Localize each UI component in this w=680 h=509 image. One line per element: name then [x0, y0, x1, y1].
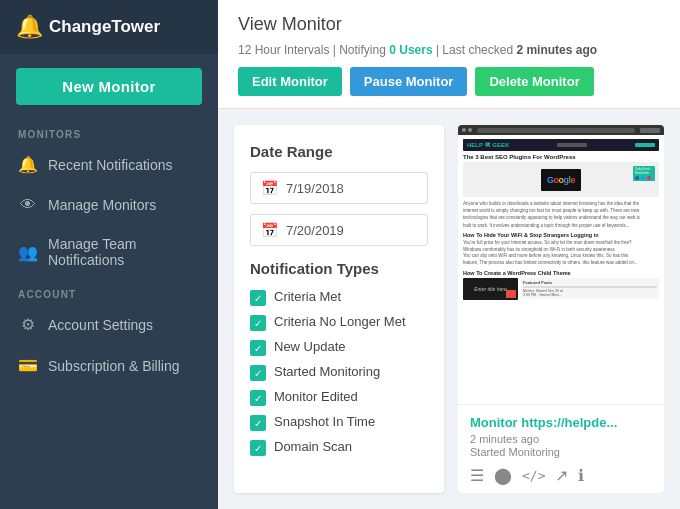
header-cta [635, 143, 655, 147]
sidebar-item-label: Manage Monitors [48, 197, 156, 213]
monitors-section-label: MONITORS [0, 119, 218, 144]
sidebar-item-account-settings[interactable]: ⚙ Account Settings [0, 304, 218, 345]
notification-type-new-update: ✓ New Update [250, 339, 428, 356]
action-buttons: Edit Monitor Pause Monitor Delete Monito… [238, 67, 660, 96]
notification-type-started-monitoring: ✓ Started Monitoring [250, 364, 428, 381]
camera-icon[interactable]: ⬤ [494, 466, 512, 485]
site-header: HELP 🛠 GEEK [463, 139, 659, 151]
screenshot-info: Monitor https://helpde... 2 minutes ago … [458, 404, 664, 493]
page-title: View Monitor [238, 14, 660, 35]
browser-button [640, 128, 660, 133]
sidebar-item-label: Account Settings [48, 317, 153, 333]
checkbox-criteria-no-longer-met[interactable]: ✓ [250, 315, 266, 331]
article-title: The 3 Best SEO Plugins For WordPress [463, 154, 659, 160]
notification-types-title: Notification Types [250, 260, 428, 277]
calendar-from-icon: 📅 [261, 180, 278, 196]
article3-title: How To Create a WordPress Child Theme [463, 270, 659, 276]
calendar-to-icon: 📅 [261, 222, 278, 238]
checkbox-domain-scan[interactable]: ✓ [250, 440, 266, 456]
external-link-icon[interactable]: ↗ [555, 466, 568, 485]
sep2: | Last checked [433, 43, 517, 57]
last-checked: 2 minutes ago [516, 43, 597, 57]
screenshot-panel: HELP 🛠 GEEK The 3 Best SEO Plugins For W… [458, 125, 664, 493]
notification-label: Started Monitoring [274, 364, 380, 379]
date-from-input[interactable]: 📅 7/19/2018 [250, 172, 428, 204]
article2-title: How To Hide Your WiFi & Stop Strangers L… [463, 232, 659, 238]
article3-sidebar: Featured Posts Monitor Started Nov 26 at… [521, 278, 659, 300]
featured-panel: Featured Posts Monitor Started Nov 26 at… [521, 278, 659, 299]
featured-label: Featured Posts [523, 280, 657, 285]
featured-line [523, 286, 657, 288]
checkbox-criteria-met[interactable]: ✓ [250, 290, 266, 306]
article-hero-image: Google Daily Email Newsletter [463, 162, 659, 197]
main-content: View Monitor 12 Hour Intervals | Notifyi… [218, 0, 680, 509]
sidebar: 🔔 ChangeTower New Monitor MONITORS 🔔 Rec… [0, 0, 218, 509]
sep1: | Notifying [329, 43, 389, 57]
monitor-status: Started Monitoring [470, 446, 652, 458]
date-to-input[interactable]: 📅 7/20/2019 [250, 214, 428, 246]
logo-area: 🔔 ChangeTower [0, 0, 218, 54]
browser-dot [468, 128, 472, 132]
article-body-text: Anyone who builds or downloads a website… [463, 200, 659, 229]
checkbox-snapshot-in-time[interactable]: ✓ [250, 415, 266, 431]
notification-label: New Update [274, 339, 346, 354]
badge-text: Daily Email Newsletter [635, 167, 653, 175]
newsletter-badge: Daily Email Newsletter [633, 166, 655, 181]
article3-image: Enter title here [463, 278, 518, 300]
content-area: Date Range 📅 7/19/2018 📅 7/20/2019 Notif… [218, 109, 680, 509]
team-icon: 👥 [18, 243, 38, 262]
screenshot-card: HELP 🛠 GEEK The 3 Best SEO Plugins For W… [458, 125, 664, 493]
browser-url-bar [477, 128, 635, 133]
delete-monitor-button[interactable]: Delete Monitor [475, 67, 593, 96]
monitor-meta: 12 Hour Intervals | Notifying 0 Users | … [238, 43, 660, 57]
sidebar-item-manage-team-notifications[interactable]: 👥 Manage Team Notifications [0, 225, 218, 279]
notification-type-criteria-no-longer-met: ✓ Criteria No Longer Met [250, 314, 428, 331]
notification-type-criteria-met: ✓ Criteria Met [250, 289, 428, 306]
info-icon[interactable]: ℹ [578, 466, 584, 485]
main-header: View Monitor 12 Hour Intervals | Notifyi… [218, 0, 680, 109]
notification-label: Criteria Met [274, 289, 341, 304]
code-icon[interactable]: </> [522, 468, 545, 483]
date-to-value: 7/20/2019 [286, 223, 344, 238]
notification-label: Criteria No Longer Met [274, 314, 406, 329]
checkbox-monitor-edited[interactable]: ✓ [250, 390, 266, 406]
menu-icon[interactable]: ☰ [470, 466, 484, 485]
enter-title-label: Enter title here [474, 286, 507, 292]
users-count: 0 Users [389, 43, 432, 57]
notification-label: Domain Scan [274, 439, 352, 454]
header-nav [557, 143, 587, 147]
article2-text: You're full price for your Internet acce… [463, 240, 659, 267]
article-header: The 3 Best SEO Plugins For WordPress Goo… [463, 154, 659, 197]
edit-monitor-button[interactable]: Edit Monitor [238, 67, 342, 96]
notification-type-snapshot-in-time: ✓ Snapshot In Time [250, 414, 428, 431]
browser-dot [462, 128, 466, 132]
new-monitor-section: New Monitor [0, 54, 218, 119]
card-icon: 💳 [18, 356, 38, 375]
notification-label: Monitor Edited [274, 389, 358, 404]
pause-monitor-button[interactable]: Pause Monitor [350, 67, 468, 96]
fake-webpage: HELP 🛠 GEEK The 3 Best SEO Plugins For W… [458, 125, 664, 404]
sidebar-item-recent-notifications[interactable]: 🔔 Recent Notifications [0, 144, 218, 185]
webpage-content: HELP 🛠 GEEK The 3 Best SEO Plugins For W… [458, 135, 664, 304]
checkbox-new-update[interactable]: ✓ [250, 340, 266, 356]
account-section-label: ACCOUNT [0, 279, 218, 304]
filter-panel: Date Range 📅 7/19/2018 📅 7/20/2019 Notif… [234, 125, 444, 493]
monitor-time: 2 minutes ago [470, 433, 652, 445]
google-logo: Google [547, 175, 575, 185]
notification-type-domain-scan: ✓ Domain Scan [250, 439, 428, 456]
date-from-value: 7/19/2018 [286, 181, 344, 196]
gear-icon: ⚙ [18, 315, 38, 334]
sidebar-item-manage-monitors[interactable]: 👁 Manage Monitors [0, 185, 218, 225]
screenshot-preview: HELP 🛠 GEEK The 3 Best SEO Plugins For W… [458, 125, 664, 404]
fb-icon [635, 176, 639, 180]
new-monitor-button[interactable]: New Monitor [16, 68, 202, 105]
featured-text: Monitor Started Nov 26 at2:00 PM - Start… [523, 289, 657, 297]
checkbox-started-monitoring[interactable]: ✓ [250, 365, 266, 381]
notification-label: Snapshot In Time [274, 414, 375, 429]
sidebar-item-subscription-billing[interactable]: 💳 Subscription & Billing [0, 345, 218, 386]
date-range-title: Date Range [250, 143, 428, 160]
interval-text: 12 Hour Intervals [238, 43, 329, 57]
social-icons [635, 176, 653, 180]
notification-type-monitor-edited: ✓ Monitor Edited [250, 389, 428, 406]
screenshot-action-bar: ☰ ⬤ </> ↗ ℹ [470, 466, 652, 485]
